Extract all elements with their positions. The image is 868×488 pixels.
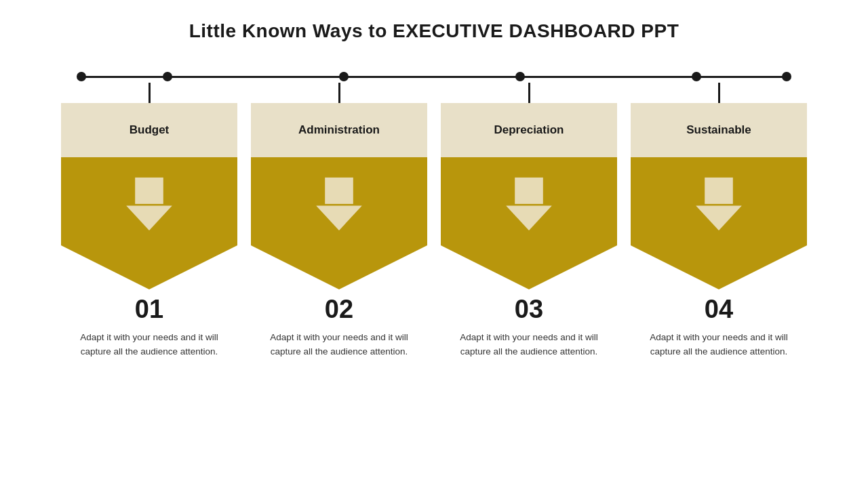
- timeline-dot-start: [77, 72, 86, 81]
- item-4: Sustainable 04 Adapt it with your needs …: [631, 83, 807, 474]
- timeline-dot-2: [339, 72, 349, 81]
- page-title: Little Known Ways to EXECUTIVE DASHBOARD…: [189, 20, 679, 42]
- arrow-shape-3: [441, 157, 617, 289]
- page: Little Known Ways to EXECUTIVE DASHBOARD…: [0, 0, 868, 488]
- arrow-svg-3: [441, 157, 617, 289]
- label-box-1: Budget: [61, 103, 237, 157]
- number-2: 02: [325, 295, 353, 324]
- connector-2: [338, 83, 340, 103]
- item-1: Budget 01 Adapt it with your needs and i…: [61, 83, 237, 474]
- desc-3: Adapt it with your needs and it will cap…: [441, 331, 617, 359]
- items-row: Budget 01 Adapt it with your needs and i…: [41, 83, 827, 474]
- label-box-2: Administration: [251, 103, 427, 157]
- svg-rect-7: [515, 178, 543, 204]
- svg-rect-1: [135, 178, 163, 204]
- timeline-dot-4: [692, 72, 701, 81]
- arrow-shape-1: [61, 157, 237, 289]
- svg-rect-10: [705, 178, 733, 204]
- item-3: Depreciation 03 Adapt it with your needs…: [441, 83, 617, 474]
- connector-4: [718, 83, 720, 103]
- timeline-dot-1: [163, 72, 172, 81]
- desc-4: Adapt it with your needs and it will cap…: [631, 331, 807, 359]
- number-4: 04: [705, 295, 733, 324]
- arrow-shape-4: [631, 157, 807, 289]
- timeline-dot-end: [782, 72, 791, 81]
- desc-1: Adapt it with your needs and it will cap…: [61, 331, 237, 359]
- number-1: 01: [135, 295, 163, 324]
- arrow-svg-4: [631, 157, 807, 289]
- desc-2: Adapt it with your needs and it will cap…: [251, 331, 427, 359]
- arrow-svg-2: [251, 157, 427, 289]
- connector-3: [528, 83, 530, 103]
- timeline-dot-3: [515, 72, 525, 81]
- arrow-shape-2: [251, 157, 427, 289]
- arrow-svg-1: [61, 157, 237, 289]
- label-box-3: Depreciation: [441, 103, 617, 157]
- number-3: 03: [515, 295, 543, 324]
- timeline-line: [81, 76, 787, 78]
- label-box-4: Sustainable: [631, 103, 807, 157]
- svg-rect-4: [325, 178, 353, 204]
- timeline: [41, 69, 827, 83]
- item-2: Administration 02 Adapt it with your nee…: [251, 83, 427, 474]
- connector-1: [149, 83, 151, 103]
